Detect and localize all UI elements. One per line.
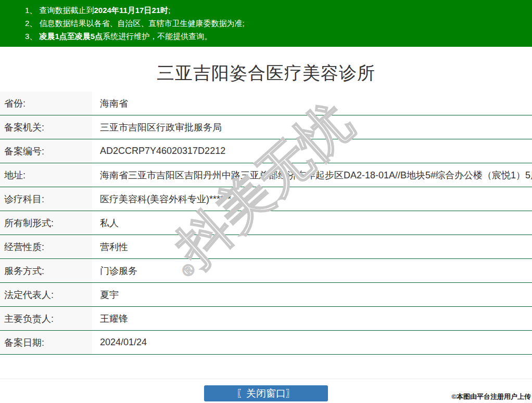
row-value: 医疗美容科(美容外科专业)****** [92, 187, 532, 211]
row-label: 法定代表人: [0, 283, 92, 306]
row-label: 备案编号: [0, 139, 92, 163]
notice-line-3: 3、 凌晨1点至凌晨5点系统进行维护，不能提供查询。 [25, 30, 532, 43]
info-row-main-person-in-charge: 主要负责人: 王耀锋 [0, 307, 532, 331]
info-row-ownership: 所有制形式: 私人 [0, 211, 532, 235]
notice-3-bold: 凌晨1点至凌晨5点 [40, 32, 103, 41]
row-value: 海南省三亚市吉阳区吉阳丹州中路三亚总部经济东岸起步区DA2-18-01A//B地… [92, 163, 532, 187]
notice-3-text: 3、 [25, 32, 40, 41]
info-row-service-mode: 服务方式: 门诊服务 [0, 259, 532, 283]
row-label: 诊疗科目: [0, 187, 92, 211]
notice-3-suffix: 系统进行维护，不能提供查询。 [103, 32, 212, 41]
row-label: 地址: [0, 163, 92, 187]
notice-banner: 1、 查询数据截止到2024年11月17日21时; 2、 信息数据结果以各省、自… [0, 0, 532, 47]
row-label: 主要负责人: [0, 307, 92, 330]
row-label: 备案机关: [0, 115, 92, 139]
notice-1-suffix: ; [168, 6, 170, 15]
row-value: 三亚市吉阳区行政审批服务局 [92, 115, 532, 139]
row-value: 海南省 [92, 92, 532, 115]
button-bar: 〖关闭窗口〗 [0, 385, 532, 401]
page-title: 三亚吉阳姿合医疗美容诊所 [0, 61, 532, 85]
row-value: 2024/01/24 [92, 331, 532, 354]
row-value: 私人 [92, 211, 532, 235]
info-row-filing-authority: 备案机关: 三亚市吉阳区行政审批服务局 [0, 115, 532, 139]
info-row-legal-representative: 法定代表人: 夏宇 [0, 283, 532, 307]
row-label: 省份: [0, 92, 92, 115]
notice-line-1: 1、 查询数据截止到2024年11月17日21时; [25, 4, 532, 17]
notice-1-text: 1、 查询数据截止到 [25, 6, 94, 15]
row-value: 夏宇 [92, 283, 532, 306]
row-value: AD2CCRP7Y46020317D2212 [92, 139, 532, 163]
row-label: 服务方式: [0, 259, 92, 282]
notice-1-bold: 2024年11月17日21时 [94, 6, 169, 15]
info-row-address: 地址: 海南省三亚市吉阳区吉阳丹州中路三亚总部经济东岸起步区DA2-18-01A… [0, 163, 532, 187]
bottom-divider [0, 379, 532, 379]
row-label: 经营性质: [0, 235, 92, 258]
close-window-button[interactable]: 〖关闭窗口〗 [204, 385, 328, 401]
info-row-province: 省份: 海南省 [0, 92, 532, 115]
info-table: 省份: 海南省 备案机关: 三亚市吉阳区行政审批服务局 备案编号: AD2CCR… [0, 92, 532, 355]
row-label: 备案日期: [0, 331, 92, 354]
row-label: 所有制形式: [0, 211, 92, 235]
info-row-medical-subjects: 诊疗科目: 医疗美容科(美容外科专业)****** [0, 187, 532, 211]
notice-line-2: 2、 信息数据结果以各省、自治区、直辖市卫生健康委数据为准; [25, 17, 532, 30]
notice-2-text: 2、 信息数据结果以各省、自治区、直辖市卫生健康委数据为准; [25, 19, 245, 28]
info-row-business-nature: 经营性质: 营利性 [0, 235, 532, 259]
row-value: 王耀锋 [92, 307, 532, 330]
info-row-filing-date: 备案日期: 2024/01/24 [0, 331, 532, 355]
info-row-filing-number: 备案编号: AD2CCRP7Y46020317D2212 [0, 139, 532, 163]
row-value: 营利性 [92, 235, 532, 258]
row-value: 门诊服务 [92, 259, 532, 282]
